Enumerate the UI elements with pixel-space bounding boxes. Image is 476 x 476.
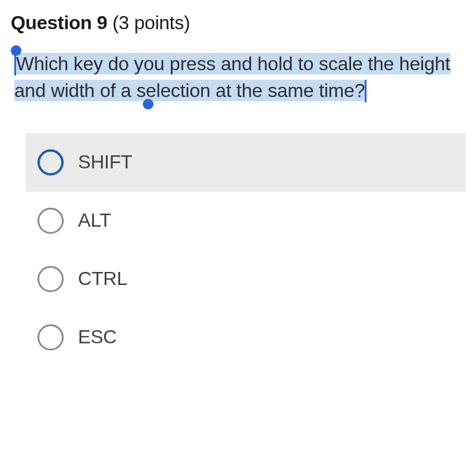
text-cursor-end-icon: [365, 80, 367, 102]
option-esc[interactable]: ESC: [26, 308, 465, 367]
question-number: Question 9: [11, 12, 107, 33]
option-label: SHIFT: [78, 151, 132, 173]
question-text-content: Which key do you press and hold to scale…: [14, 53, 450, 101]
option-label: ALT: [78, 209, 111, 231]
selection-handle-start-icon[interactable]: [11, 45, 21, 56]
question-text[interactable]: Which key do you press and hold to scale…: [14, 51, 465, 105]
radio-icon[interactable]: [37, 266, 64, 292]
question-text-wrapper[interactable]: Which key do you press and hold to scale…: [11, 51, 465, 105]
option-label: ESC: [78, 326, 117, 348]
radio-icon[interactable]: [37, 149, 64, 176]
question-header: Question 9 (3 points): [11, 12, 465, 34]
selection-handle-end-icon[interactable]: [143, 99, 154, 109]
radio-icon[interactable]: [37, 208, 64, 234]
radio-icon[interactable]: [37, 324, 64, 350]
question-points: (3 points): [112, 12, 190, 33]
options-list: SHIFT ALT CTRL ESC: [11, 133, 465, 367]
option-alt[interactable]: ALT: [26, 192, 465, 250]
option-shift[interactable]: SHIFT: [26, 133, 465, 192]
option-ctrl[interactable]: CTRL: [26, 250, 465, 308]
option-label: CTRL: [78, 268, 127, 290]
